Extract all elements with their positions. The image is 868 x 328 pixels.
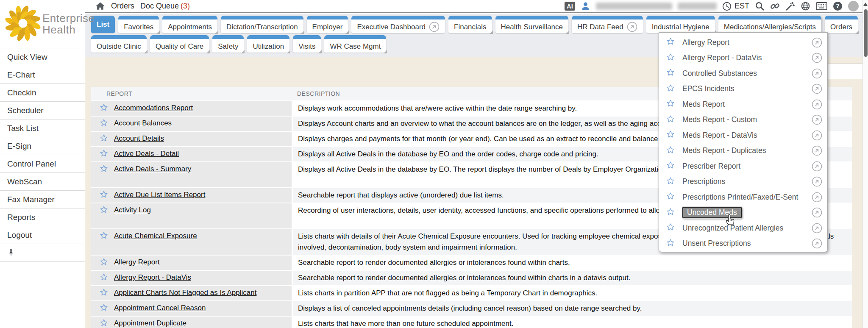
menu-item-meds-report-duplicates[interactable]: Meds Report - Duplicates <box>659 143 827 159</box>
tab-appointments[interactable]: Appointments <box>162 16 217 33</box>
sidebar-item-logout[interactable]: Logout <box>0 226 85 244</box>
keyboard-icon[interactable] <box>816 2 827 10</box>
tab-medications-allergies-scripts[interactable]: Medications/Allergies/Scripts <box>718 16 821 33</box>
tab-utilization[interactable]: Utilization <box>247 35 289 53</box>
report-link-applicant-charts-not-flagged-as-is-applicant[interactable]: Applicant Charts Not Flagged as Is Appli… <box>114 288 256 297</box>
report-cell: Appointment Cancel Reason <box>91 301 292 316</box>
report-link-appointment-cancel-reason[interactable]: Appointment Cancel Reason <box>114 303 206 312</box>
menu-item-controlled-substances[interactable]: Controlled Substances <box>659 66 827 81</box>
view-toggle-button[interactable]: Y VIEW <box>824 64 868 79</box>
sidebar-item-quick-view[interactable]: Quick View <box>0 48 85 66</box>
star-icon <box>666 130 675 140</box>
menu-item-meds-report[interactable]: Meds Report <box>659 97 827 112</box>
page-scrollbar[interactable] <box>862 0 868 328</box>
menu-item-uncoded-meds[interactable]: Uncoded Meds <box>659 205 827 221</box>
tab-visits[interactable]: Visits <box>293 35 321 53</box>
tab-executive-dashboard[interactable]: Executive Dashboard <box>351 16 445 33</box>
timezone-label: EST <box>734 2 749 11</box>
report-link-appointment-duplicate[interactable]: Appointment Duplicate <box>114 319 186 328</box>
sidebar-item-e-sign[interactable]: E-Sign <box>0 137 85 155</box>
menu-item-meds-report-datavis[interactable]: Meds Report - DataVis <box>659 128 827 143</box>
sidebar-item-control-panel[interactable]: Control Panel <box>0 155 85 173</box>
tab-favorites[interactable]: Favorites <box>118 16 159 33</box>
sidebar-item-task-list[interactable]: Task List <box>0 120 85 137</box>
menu-item-unsent-prescriptions[interactable]: Unsent Prescriptions <box>659 236 827 252</box>
star-icon <box>666 37 675 47</box>
star-icon <box>100 206 108 216</box>
clock-icon[interactable] <box>722 2 732 11</box>
svg-text:?: ? <box>836 3 839 9</box>
tab-industrial-hygiene[interactable]: Industrial Hygiene <box>646 16 715 33</box>
sidebar-item-webscan[interactable]: WebScan <box>0 173 85 191</box>
report-link-active-deals-summary[interactable]: Active Deals - Summary <box>114 164 191 173</box>
redacted-role <box>678 3 717 10</box>
report-cell: Active Deals - Summary <box>91 162 292 187</box>
tab-dictation-transcription[interactable]: Dictation/Transcription <box>221 16 303 33</box>
report-link-allergy-report[interactable]: Allergy Report <box>114 258 160 267</box>
table-row: Applicant Charts Not Flagged as Is Appli… <box>91 286 852 300</box>
tab-financials[interactable]: Financials <box>448 16 492 33</box>
sidebar-pin[interactable] <box>0 244 85 262</box>
sidebar-item-scheduler[interactable]: Scheduler <box>0 102 85 120</box>
menu-item-epcs-incidents[interactable]: EPCS Incidents <box>659 81 827 97</box>
menu-item-allergy-report[interactable]: Allergy Report <box>659 35 827 50</box>
sidebar-item-checkin[interactable]: Checkin <box>0 84 85 102</box>
report-link-account-details[interactable]: Account Details <box>114 134 164 143</box>
star-icon <box>100 149 108 159</box>
user-icon[interactable] <box>581 1 590 11</box>
breadcrumb-orders[interactable]: Orders <box>111 2 134 11</box>
menu-item-prescriber-report[interactable]: Prescriber Report <box>659 158 827 174</box>
report-link-allergy-report-datavis[interactable]: Allergy Report - DataVis <box>114 273 191 282</box>
tab-health-surveillance[interactable]: Health Surveillance <box>495 16 568 33</box>
tab-employer[interactable]: Employer <box>307 16 348 33</box>
scrollbar-up-arrow[interactable] <box>863 3 868 6</box>
menu-item-label: Meds Report - Custom <box>682 115 757 124</box>
avatar[interactable] <box>848 1 859 11</box>
popout-icon <box>812 130 822 141</box>
star-icon <box>100 273 108 283</box>
tab-hr-data-feed[interactable]: HR Data Feed <box>572 16 643 33</box>
scrollbar-thumb[interactable] <box>864 9 868 57</box>
link-icon[interactable] <box>770 1 780 11</box>
report-cell: Accommodations Report <box>91 101 292 116</box>
menu-item-label: Allergy Report <box>682 38 729 47</box>
help-icon[interactable]: ? <box>833 1 843 11</box>
menu-item-allergy-report-datavis[interactable]: Allergy Report - DataVis <box>659 50 827 66</box>
menu-item-unrecognized-patient-allergies[interactable]: Unrecognized Patient Allergies <box>659 220 827 236</box>
report-link-account-balances[interactable]: Account Balances <box>114 119 172 128</box>
table-row: Allergy Report - DataVisSearchable repor… <box>91 271 852 285</box>
ai-badge[interactable]: AI <box>565 2 575 11</box>
star-icon <box>666 84 675 94</box>
star-icon <box>100 119 108 129</box>
breadcrumb-doc-queue[interactable]: Doc Queue(3) <box>140 2 190 11</box>
tab-label: Visits <box>298 42 315 51</box>
report-link-active-due-list-items-report[interactable]: Active Due List Items Report <box>114 190 205 199</box>
globe-icon[interactable] <box>801 1 810 11</box>
report-link-accommodations-report[interactable]: Accommodations Report <box>114 103 193 112</box>
popout-icon <box>812 192 822 203</box>
tab-label: Medications/Allergies/Scripts <box>724 23 816 31</box>
report-cell: Activity Log <box>91 203 292 228</box>
menu-item-label: Allergy Report - DataVis <box>682 53 762 62</box>
menu-item-prescriptions[interactable]: Prescriptions <box>659 174 827 190</box>
table-row: Allergy ReportSearchable report to rende… <box>91 256 852 270</box>
report-link-activity-log[interactable]: Activity Log <box>114 206 151 214</box>
home-icon[interactable] <box>95 1 105 11</box>
sidebar-item-e-chart[interactable]: E-Chart <box>0 66 85 84</box>
tab-wr-case-mgmt[interactable]: WR Case Mgmt <box>324 35 386 53</box>
tab-outside-clinic[interactable]: Outside Clinic <box>91 35 147 53</box>
menu-item-prescriptions-printed-faxed-e-sent[interactable]: Prescriptions Printed/Faxed/E-Sent <box>659 189 827 205</box>
sidebar-item-reports[interactable]: Reports <box>0 208 85 226</box>
report-link-active-deals-detail[interactable]: Active Deals - Detail <box>114 149 179 158</box>
star-icon <box>666 223 675 233</box>
tab-safety[interactable]: Safety <box>212 35 244 53</box>
wand-icon[interactable] <box>785 1 795 11</box>
search-icon[interactable] <box>755 1 765 11</box>
star-icon <box>100 164 108 175</box>
tab-quality-of-care[interactable]: Quality of Care <box>150 35 209 53</box>
sidebar-item-fax-manager[interactable]: Fax Manager <box>0 191 85 208</box>
tab-orders[interactable]: Orders <box>825 16 858 33</box>
report-link-acute-chemical-exposure[interactable]: Acute Chemical Exposure <box>114 231 197 240</box>
menu-item-meds-report-custom[interactable]: Meds Report - Custom <box>659 112 827 128</box>
sidebar-nav: Quick ViewE-ChartCheckinSchedulerTask Li… <box>0 48 85 244</box>
